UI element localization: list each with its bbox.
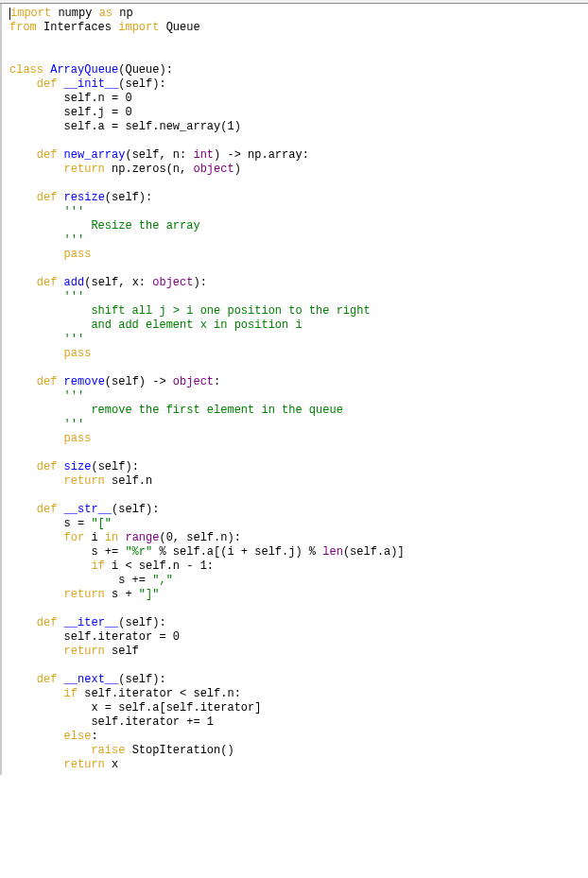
- keyword-pass: pass: [64, 248, 92, 261]
- code-text: (self):: [91, 460, 138, 473]
- keyword-def: def: [37, 77, 58, 91]
- code-text: :: [91, 730, 97, 743]
- builtin-len: len: [322, 545, 343, 559]
- builtin-int: int: [193, 148, 214, 162]
- docstring: ''': [9, 233, 84, 247]
- keyword-def: def: [37, 616, 58, 629]
- docstring: and add element x in position i: [9, 318, 303, 332]
- code-text: x: [105, 758, 118, 771]
- keyword-def: def: [37, 503, 58, 516]
- code-text: self.iterator += 1: [9, 715, 214, 729]
- keyword-in: in: [105, 531, 118, 544]
- code-text: numpy: [51, 7, 98, 20]
- builtin-object: object: [152, 276, 193, 289]
- code-text: np: [112, 7, 133, 20]
- keyword-raise: raise: [91, 744, 125, 757]
- keyword-def: def: [37, 276, 58, 289]
- code-text: (Queue):: [118, 63, 173, 77]
- string-literal: "%r": [125, 545, 152, 559]
- method-name: __next__: [57, 673, 118, 686]
- keyword-def: def: [37, 673, 58, 686]
- docstring: ''': [9, 205, 84, 218]
- docstring: remove the first element in the queue: [9, 404, 343, 417]
- code-text: self.iterator < self.n:: [78, 687, 241, 700]
- keyword-pass: pass: [64, 347, 92, 360]
- code-text: x = self.a[self.iterator]: [9, 701, 261, 714]
- method-name: __iter__: [57, 616, 118, 629]
- docstring: Resize the array: [9, 219, 200, 232]
- docstring: ''': [9, 290, 84, 303]
- string-literal: ",": [152, 574, 173, 587]
- code-text: ):: [193, 276, 206, 289]
- method-name: add: [57, 276, 84, 289]
- code-text: ): [234, 163, 241, 176]
- builtin-range: range: [125, 531, 159, 544]
- keyword-def: def: [37, 148, 58, 162]
- code-text: StopIteration(): [125, 744, 233, 757]
- keyword-import: import: [118, 21, 159, 34]
- method-name: remove: [57, 375, 104, 388]
- method-name: __str__: [57, 503, 112, 516]
- code-text: % self.a[(i + self.j) %: [152, 545, 322, 559]
- code-text: self.n = 0: [9, 92, 132, 105]
- code-text: s +=: [9, 545, 125, 559]
- class-name: ArrayQueue: [43, 63, 118, 77]
- string-literal: "[": [91, 517, 112, 530]
- code-text: i: [84, 531, 105, 544]
- keyword-def: def: [37, 460, 58, 473]
- code-text: Queue: [159, 21, 199, 34]
- code-text: (self.a)]: [343, 545, 405, 559]
- builtin-object: object: [193, 163, 233, 176]
- docstring: ''': [9, 389, 84, 403]
- code-text: (self, x:: [84, 276, 152, 289]
- code-text: self.j = 0: [9, 106, 132, 119]
- keyword-if: if: [64, 687, 78, 700]
- code-text: :: [214, 375, 220, 388]
- keyword-import: import: [10, 7, 51, 20]
- keyword-return: return: [64, 758, 105, 771]
- method-name: resize: [57, 191, 104, 204]
- string-literal: "]": [139, 588, 160, 601]
- code-text: s +=: [9, 574, 152, 587]
- docstring: ''': [9, 418, 84, 431]
- keyword-for: for: [64, 531, 85, 544]
- code-text: (self):: [118, 673, 165, 686]
- keyword-return: return: [64, 474, 105, 488]
- code-text: (self):: [118, 616, 165, 629]
- code-text: self.a = self.new_array(1): [9, 120, 241, 133]
- keyword-return: return: [64, 588, 105, 601]
- keyword-return: return: [64, 163, 105, 176]
- keyword-return: return: [64, 645, 105, 658]
- code-text: self.iterator = 0: [9, 630, 180, 644]
- keyword-if: if: [91, 560, 104, 573]
- keyword-class: class: [9, 63, 43, 77]
- keyword-def: def: [37, 191, 58, 204]
- keyword-def: def: [37, 375, 58, 388]
- builtin-object: object: [173, 375, 214, 388]
- code-text: (self, n:: [125, 148, 193, 162]
- method-name: new_array: [57, 148, 125, 162]
- code-text: (self):: [112, 503, 159, 516]
- code-text: self: [105, 645, 139, 658]
- keyword-pass: pass: [64, 432, 92, 445]
- code-editor[interactable]: import numpy as np from Interfaces impor…: [0, 4, 588, 775]
- code-text: i < self.n - 1:: [105, 560, 214, 573]
- method-name: size: [57, 460, 91, 473]
- code-text: s =: [9, 517, 91, 530]
- code-text: (0, self.n):: [159, 531, 240, 544]
- code-text: (self):: [118, 77, 165, 91]
- code-text: (self) ->: [105, 375, 173, 388]
- code-text: Interfaces: [37, 21, 118, 34]
- keyword-else: else: [64, 730, 92, 743]
- keyword-as: as: [99, 7, 112, 20]
- docstring: ''': [9, 333, 84, 346]
- docstring: shift all j > i one position to the righ…: [9, 304, 371, 318]
- code-text: self.n: [105, 474, 152, 488]
- keyword-from: from: [9, 21, 37, 34]
- method-name: __init__: [57, 77, 118, 91]
- code-text: s +: [105, 588, 139, 601]
- code-text: ) -> np.array:: [214, 148, 309, 162]
- code-text: np.zeros(n,: [105, 163, 194, 176]
- code-text: (self):: [105, 191, 152, 204]
